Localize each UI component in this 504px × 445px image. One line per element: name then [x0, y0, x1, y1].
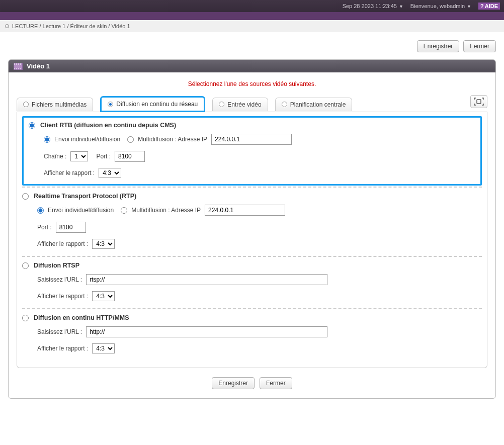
close-button[interactable]: Fermer: [463, 40, 496, 52]
multicast-label: Multidiffusion : Adresse IP: [131, 207, 201, 214]
radio-icon: [108, 102, 113, 107]
instruction-text: Sélectionnez l'une des sources vidéo sui…: [17, 80, 487, 87]
video-panel: Vidéo 1 Sélectionnez l'une des sources v…: [8, 59, 496, 399]
multicast-label: Multidiffusion : Adresse IP: [138, 136, 207, 143]
save-button-bottom[interactable]: Enregistrer: [212, 377, 255, 389]
http-url-input[interactable]: [86, 326, 327, 337]
chevron-down-icon: ▼: [399, 4, 403, 9]
panel-title: Vidéo 1: [27, 62, 50, 70]
unicast-label: Envoi individuel/diffusion: [54, 136, 120, 143]
rtb-ip-input[interactable]: [211, 134, 292, 145]
rtb-multicast-radio[interactable]: [127, 136, 134, 143]
rtsp-url-input[interactable]: [86, 274, 327, 285]
aspect-label: Afficher le rapport :: [44, 169, 95, 176]
breadcrumb-icon: [5, 24, 9, 28]
rtp-aspect-select[interactable]: 4:3: [92, 239, 115, 249]
svg-rect-0: [477, 100, 481, 104]
tab-row: Fichiers multimédias Diffusion en contin…: [17, 96, 487, 112]
rtsp-title: Diffusion RTSP: [34, 262, 79, 269]
datetime-label[interactable]: Sep 28 2023 11:23:45▼: [343, 3, 403, 9]
save-button[interactable]: Enregistrer: [417, 40, 460, 52]
rtp-section: Realtime Transport Protocol (RTP) Envoi …: [22, 188, 482, 256]
rtp-unicast-radio[interactable]: [37, 207, 44, 214]
port-label: Port :: [96, 153, 111, 160]
rtb-unicast-radio[interactable]: [44, 136, 50, 143]
rtb-aspect-select[interactable]: 4:3: [99, 168, 121, 178]
rtsp-section: Diffusion RTSP Saisissez l'URL : Affiche…: [22, 257, 482, 308]
http-title: Diffusion en continu HTTP/MMS: [34, 314, 129, 321]
aspect-label: Afficher le rapport :: [37, 293, 88, 300]
rtsp-aspect-select[interactable]: 4:3: [92, 291, 115, 301]
rtsp-radio[interactable]: [22, 262, 29, 269]
url-label: Saisissez l'URL :: [37, 276, 82, 283]
fullscreen-icon: [474, 98, 484, 106]
chevron-down-icon: ▼: [467, 4, 471, 9]
top-bar: Sep 28 2023 11:23:45▼ Bienvenue, webadmi…: [0, 0, 504, 12]
radio-icon: [219, 102, 224, 107]
rtb-title: Client RTB (diffusion en continu depuis …: [40, 122, 176, 129]
port-label: Port :: [37, 224, 52, 231]
help-icon: ?: [480, 3, 484, 9]
tab-content: Client RTB (diffusion en continu depuis …: [17, 112, 487, 368]
tab-network-stream[interactable]: Diffusion en continu du réseau: [100, 96, 205, 112]
aspect-label: Afficher le rapport :: [37, 345, 88, 352]
http-aspect-select[interactable]: 4:3: [92, 343, 115, 353]
http-radio[interactable]: [22, 315, 29, 321]
rtp-port-input[interactable]: [56, 222, 86, 233]
rtp-multicast-radio[interactable]: [121, 207, 127, 214]
help-button[interactable]: ?AIDE: [478, 3, 500, 10]
breadcrumb: LECTURE / Lecture 1 / Éditeur de skin / …: [0, 20, 504, 32]
rtb-radio[interactable]: [29, 122, 35, 129]
tab-media-files[interactable]: Fichiers multimédias: [17, 98, 93, 111]
rtp-ip-input[interactable]: [205, 205, 285, 216]
radio-icon: [282, 102, 287, 107]
panel-header: Vidéo 1: [9, 60, 495, 72]
fullscreen-button[interactable]: [470, 95, 487, 108]
tab-video-input[interactable]: Entrée vidéo: [212, 98, 268, 111]
tab-central-schedule[interactable]: Planification centrale: [275, 98, 353, 111]
radio-icon: [23, 102, 29, 107]
close-button-bottom[interactable]: Fermer: [260, 377, 292, 389]
rtb-channel-select[interactable]: 1: [70, 151, 88, 161]
aspect-label: Afficher le rapport :: [37, 240, 88, 247]
rtp-title: Realtime Transport Protocol (RTP): [34, 193, 136, 200]
channel-label: Chaîne :: [44, 153, 66, 160]
url-label: Saisissez l'URL :: [37, 328, 82, 335]
rtb-highlight: Client RTB (diffusion en continu depuis …: [22, 116, 482, 186]
accent-bar: [0, 12, 504, 20]
http-section: Diffusion en continu HTTP/MMS Saisissez …: [22, 309, 482, 361]
film-icon: [14, 63, 23, 70]
welcome-label[interactable]: Bienvenue, webadmin▼: [410, 3, 471, 9]
rtb-port-input[interactable]: [115, 151, 145, 162]
rtp-radio[interactable]: [22, 193, 29, 200]
unicast-label: Envoi individuel/diffusion: [48, 207, 114, 214]
